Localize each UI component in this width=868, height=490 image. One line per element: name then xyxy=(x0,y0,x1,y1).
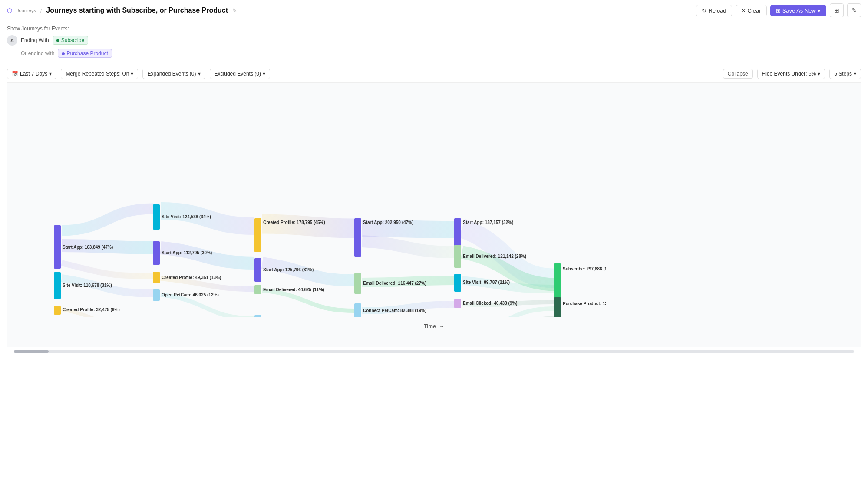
purchase-filter-tag[interactable]: Purchase Product xyxy=(58,49,112,58)
label-email-delivered-4: Email Delivered: 116,447 (27%) xyxy=(363,281,426,286)
save-icon: ⊞ xyxy=(776,7,781,14)
date-range-label: Last 7 Days xyxy=(20,71,47,77)
save-as-new-button[interactable]: ⊞ Save As New ▾ xyxy=(770,5,826,16)
ending-with-label: Ending With xyxy=(21,37,49,43)
node-email-delivered-5[interactable] xyxy=(454,245,461,268)
label-open-petcam-2: Open PetCam: 46,025 (12%) xyxy=(162,293,219,297)
app-breadcrumb: Journeys xyxy=(17,8,36,13)
expanded-events-label: Expanded Events (0) xyxy=(147,71,196,77)
hide-events-button[interactable]: Hide Events Under: 5% ▾ xyxy=(757,69,825,79)
subscribe-dot xyxy=(56,39,59,42)
node-start-app-1[interactable] xyxy=(54,225,61,269)
collapse-button[interactable]: Collapse xyxy=(723,69,753,79)
label-site-visit-2: Site Visit: 124,538 (34%) xyxy=(162,214,211,219)
label-created-profile-1: Created Profile: 32,475 (9%) xyxy=(63,307,120,312)
node-site-visit-1[interactable] xyxy=(54,272,61,299)
node-start-app-5[interactable] xyxy=(454,218,461,248)
time-label: Time → xyxy=(16,323,852,329)
label-email-clicked-5: Email Clicked: 40,433 (9%) xyxy=(463,301,518,306)
or-ending-row: Or ending with Purchase Product xyxy=(21,49,861,58)
label-open-petcam-3: Open PetCam: 22,379 (6%) xyxy=(263,316,318,317)
node-created-profile-3[interactable] xyxy=(254,218,261,252)
time-arrow-icon: → xyxy=(439,323,444,329)
label-created-profile-2: Created Profile: 49,351 (13%) xyxy=(162,275,221,280)
label-purchase-end: Purchase Product: 132,062 (31%) xyxy=(563,301,606,306)
node-connect-petcam-4[interactable] xyxy=(354,303,361,317)
node-email-delivered-3[interactable] xyxy=(254,285,261,294)
subscribe-filter-tag[interactable]: Subscribe xyxy=(53,36,88,45)
top-bar: ⬡ Journeys / Journeys starting with Subs… xyxy=(0,0,868,21)
steps-label: 5 Steps xyxy=(834,71,852,77)
top-bar-left: ⬡ Journeys / Journeys starting with Subs… xyxy=(7,7,237,14)
node-site-visit-2[interactable] xyxy=(153,204,160,230)
date-chevron-icon: ▾ xyxy=(49,71,52,77)
node-open-petcam-3[interactable] xyxy=(254,315,261,317)
toolbar-right: Collapse Hide Events Under: 5% ▾ 5 Steps… xyxy=(723,69,861,79)
clear-label: Clear xyxy=(748,7,761,14)
journeys-app-icon: ⬡ xyxy=(7,7,12,14)
edit-title-icon[interactable]: ✎ xyxy=(232,7,237,14)
node-email-delivered-4[interactable] xyxy=(354,273,361,294)
label-created-profile-3: Created Profile: 178,795 (45%) xyxy=(263,220,325,225)
toolbar: 📅 Last 7 Days ▾ Merge Repeated Steps: On… xyxy=(7,65,861,83)
excluded-events-button[interactable]: Excluded Events (0) ▾ xyxy=(210,69,270,79)
merge-steps-button[interactable]: Merge Repeated Steps: On ▾ xyxy=(61,69,138,79)
label-start-app-1: Start App: 163,849 (47%) xyxy=(63,245,113,250)
label-connect-petcam-4: Connect PetCam: 82,388 (19%) xyxy=(363,308,426,313)
dropdown-arrow-icon: ▾ xyxy=(818,7,821,14)
reload-icon: ↻ xyxy=(702,7,706,14)
show-journeys-label: Show Journeys for Events: xyxy=(7,26,861,32)
node-created-profile-1[interactable] xyxy=(54,306,61,315)
node-start-app-3[interactable] xyxy=(254,258,261,282)
date-range-button[interactable]: 📅 Last 7 Days ▾ xyxy=(7,69,56,79)
subscribe-tag-label: Subscribe xyxy=(61,37,84,43)
label-start-app-4: Start App: 202,950 (47%) xyxy=(363,220,413,225)
toolbar-left: 📅 Last 7 Days ▾ Merge Repeated Steps: On… xyxy=(7,69,270,79)
save-as-new-label: Save As New xyxy=(782,7,816,14)
sankey-svg: Start App: 163,849 (47%) Site Visit: 110… xyxy=(16,92,606,317)
expanded-chevron-icon: ▾ xyxy=(198,71,201,77)
filter-avatar: A xyxy=(7,35,17,46)
purchase-dot xyxy=(62,52,65,55)
scrollbar-track[interactable] xyxy=(14,350,854,353)
content-area: Show Journeys for Events: A Ending With … xyxy=(0,21,868,490)
node-site-visit-5[interactable] xyxy=(454,274,461,292)
or-ending-label: Or ending with xyxy=(21,50,54,56)
reload-button[interactable]: ↻ Reload xyxy=(696,5,732,16)
label-email-delivered-3: Email Delivered: 44,625 (11%) xyxy=(263,287,324,292)
steps-button[interactable]: 5 Steps ▾ xyxy=(829,69,861,79)
node-open-petcam-2[interactable] xyxy=(153,289,160,301)
breadcrumb-sep: / xyxy=(40,7,42,14)
label-start-app-2: Start App: 112,795 (30%) xyxy=(162,250,212,255)
excluded-events-label: Excluded Events (0) xyxy=(215,71,261,77)
edit-view-icon[interactable]: ✎ xyxy=(847,3,861,17)
label-site-visit-5: Site Visit: 89,787 (21%) xyxy=(463,280,510,285)
expanded-events-button[interactable]: Expanded Events (0) ▾ xyxy=(142,69,205,79)
merge-steps-label: Merge Repeated Steps: On xyxy=(66,71,129,77)
node-start-app-4[interactable] xyxy=(354,218,361,257)
grid-view-icon[interactable]: ⊞ xyxy=(830,3,844,17)
node-email-clicked-5[interactable] xyxy=(454,299,461,308)
purchase-tag-label: Purchase Product xyxy=(66,50,108,56)
hide-chevron-icon: ▾ xyxy=(818,71,820,77)
top-bar-right: ↻ Reload ✕ Clear ⊞ Save As New ▾ ⊞ ✎ xyxy=(696,3,861,17)
clear-button[interactable]: ✕ Clear xyxy=(736,5,767,16)
label-subscribe-end: Subscribe: 297,886 (69%) xyxy=(563,266,606,271)
sankey-container: Start App: 163,849 (47%) Site Visit: 110… xyxy=(7,83,861,347)
clear-icon: ✕ xyxy=(741,7,746,14)
label-start-app-5: Start App: 137,157 (32%) xyxy=(463,220,513,225)
node-purchase-end[interactable] xyxy=(554,297,561,317)
node-start-app-2[interactable] xyxy=(153,241,160,265)
filter-row-subscribe: A Ending With Subscribe xyxy=(7,35,861,46)
merge-chevron-icon: ▾ xyxy=(131,71,133,77)
excluded-chevron-icon: ▾ xyxy=(263,71,265,77)
label-email-delivered-5: Email Delivered: 121,142 (28%) xyxy=(463,254,526,259)
hide-events-label: Hide Events Under: 5% xyxy=(762,71,816,77)
calendar-icon: 📅 xyxy=(12,71,18,77)
label-start-app-3: Start App: 125,796 (31%) xyxy=(263,267,314,272)
page-title: Journeys starting with Subscribe, or Pur… xyxy=(46,7,228,14)
label-site-visit-1: Site Visit: 110,678 (31%) xyxy=(63,283,112,288)
node-created-profile-2[interactable] xyxy=(153,272,160,283)
scrollbar-thumb[interactable] xyxy=(14,350,49,353)
steps-chevron-icon: ▾ xyxy=(854,71,856,77)
